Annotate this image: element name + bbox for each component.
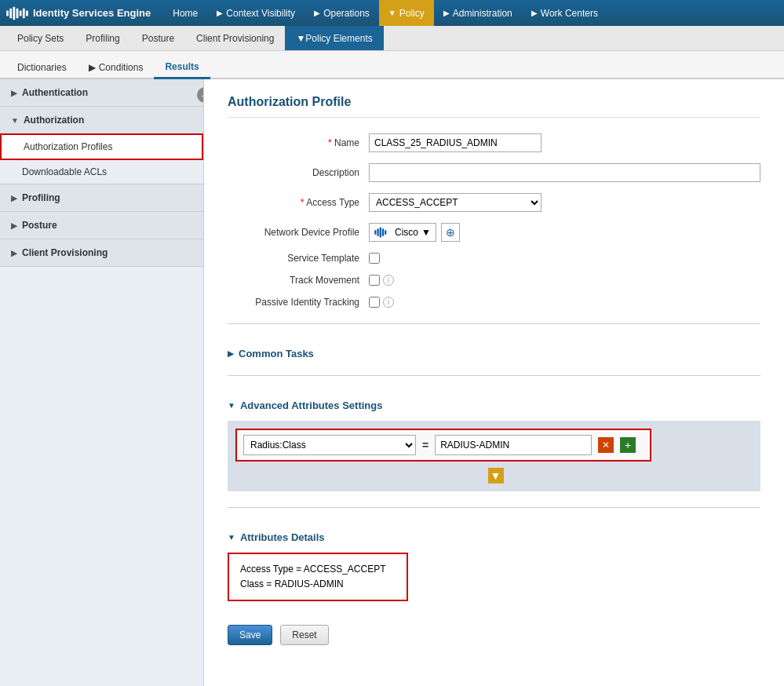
attr-delete-btn[interactable]: ✕ [598, 437, 614, 453]
sidebar-section-posture-header[interactable]: ▶ Posture [0, 212, 203, 239]
passive-identity-row: Passive Identity Tracking i [228, 297, 760, 308]
attrs-details-box: Access Type = ACCESS_ACCEPT Class = RADI… [228, 553, 408, 601]
service-template-label: Service Template [228, 253, 369, 264]
sidebar-section-authorization-header[interactable]: ▼ Authorization [0, 107, 203, 133]
reset-button[interactable]: Reset [280, 625, 328, 645]
second-nav-client-provisioning[interactable]: Client Provisioning [185, 26, 285, 50]
second-nav-profiling[interactable]: Profiling [75, 26, 130, 50]
svg-rect-8 [377, 228, 378, 236]
svg-rect-11 [385, 230, 386, 234]
posture-expand-icon: ▶ [11, 221, 17, 230]
top-nav-context-visibility[interactable]: ▶ Context Visibility [207, 0, 304, 26]
second-nav-policy-sets[interactable]: Policy Sets [6, 26, 75, 50]
track-movement-checkbox[interactable] [369, 275, 380, 286]
advanced-attrs-container: Radius:Class = ✕ + ▼ [228, 421, 760, 491]
third-nav-conditions[interactable]: ▶ Conditions [78, 57, 155, 79]
third-nav-results[interactable]: Results [154, 57, 210, 79]
sidebar-section-profiling: ▶ Profiling [0, 184, 203, 212]
access-type-row: * Access Type ACCESS_ACCEPT ACCESS_REJEC… [228, 193, 760, 212]
divider-2 [228, 375, 760, 376]
footer-buttons: Save Reset [228, 625, 760, 661]
sidebar-item-downloadable-acls[interactable]: Downloadable ACLs [0, 160, 203, 184]
common-tasks-arrow: ▶ [228, 349, 234, 358]
attr-select[interactable]: Radius:Class [243, 435, 416, 455]
attrs-details-header[interactable]: ▼ Attributes Details [228, 524, 760, 543]
description-label: Description [228, 167, 369, 178]
divider-1 [228, 323, 760, 324]
service-template-row: Service Template [228, 253, 760, 264]
context-visibility-arrow: ▶ [217, 9, 223, 17]
client-provisioning-expand-icon: ▶ [11, 249, 17, 257]
policy-arrow: ▼ [388, 9, 396, 17]
name-input[interactable] [369, 133, 542, 152]
sidebar-section-client-provisioning: ▶ Client Provisioning [0, 239, 203, 267]
description-input[interactable] [369, 163, 760, 182]
third-navbar: Dictionaries ▶ Conditions Results [0, 51, 784, 79]
work-centers-arrow: ▶ [531, 9, 538, 17]
attrs-details-line1: Access Type = ACCESS_ACCEPT [240, 562, 396, 577]
save-button[interactable]: Save [228, 625, 272, 645]
app-title: Identity Services Engine [33, 7, 151, 19]
advanced-attrs-header[interactable]: ▼ Advanced Attributes Settings [228, 392, 760, 411]
operations-arrow: ▶ [314, 9, 320, 17]
top-nav-operations[interactable]: ▶ Operations [304, 0, 379, 26]
page-title: Authorization Profile [228, 95, 760, 118]
app-logo: Identity Services Engine [6, 6, 151, 20]
top-nav-items: Home ▶ Context Visibility ▶ Operations ▼… [163, 0, 778, 26]
sidebar-section-authentication-header[interactable]: ▶ Authentication [0, 79, 203, 106]
name-required-star: * [328, 137, 334, 148]
svg-rect-9 [380, 228, 381, 238]
third-nav-dictionaries[interactable]: Dictionaries [6, 57, 78, 79]
sidebar-section-client-provisioning-header[interactable]: ▶ Client Provisioning [0, 239, 203, 266]
device-profile-btn[interactable]: Cisco ▼ [369, 223, 436, 242]
svg-rect-6 [26, 10, 28, 16]
track-movement-info-icon[interactable]: i [383, 275, 394, 286]
main-layout: ◀ ▶ Authentication ▼ Authorization Autho… [0, 79, 784, 686]
attrs-details-line2: Class = RADIUS-ADMIN [240, 577, 396, 592]
svg-rect-1 [9, 8, 12, 17]
passive-identity-label: Passive Identity Tracking [228, 297, 369, 308]
attr-add-row-wrapper: ▼ [239, 468, 753, 483]
top-nav-home[interactable]: Home [163, 0, 207, 26]
track-movement-row: Track Movement i [228, 275, 760, 286]
description-row: Description [228, 163, 760, 182]
content-area: Authorization Profile * Name Description… [204, 79, 784, 686]
cisco-brand-icon [374, 227, 392, 238]
attr-value-input[interactable] [435, 435, 592, 455]
sidebar-section-profiling-header[interactable]: ▶ Profiling [0, 184, 203, 211]
globe-btn[interactable]: ⊕ [441, 223, 460, 242]
sidebar: ◀ ▶ Authentication ▼ Authorization Autho… [0, 79, 204, 686]
add-attr-row-btn[interactable]: ▼ [488, 468, 504, 483]
common-tasks-header[interactable]: ▶ Common Tasks [228, 340, 760, 359]
svg-rect-3 [16, 8, 19, 17]
svg-rect-10 [382, 228, 384, 236]
sidebar-section-authentication: ▶ Authentication [0, 79, 203, 107]
top-nav-administration[interactable]: ▶ Administration [434, 0, 522, 26]
name-row: * Name [228, 133, 760, 152]
second-nav-posture[interactable]: Posture [131, 26, 185, 50]
svg-rect-4 [20, 10, 22, 16]
network-device-profile-label: Network Device Profile [228, 227, 369, 238]
attr-row-1: Radius:Class = ✕ + [235, 429, 651, 462]
top-nav-work-centers[interactable]: ▶ Work Centers [522, 0, 607, 26]
sidebar-section-posture: ▶ Posture [0, 212, 203, 239]
top-navbar: Identity Services Engine Home ▶ Context … [0, 0, 784, 26]
sidebar-item-authorization-profiles[interactable]: Authorization Profiles [0, 133, 203, 160]
attr-equals-sign: = [422, 439, 428, 451]
track-movement-label: Track Movement [228, 275, 369, 286]
passive-identity-checkbox[interactable] [369, 297, 380, 308]
passive-identity-info-icon[interactable]: i [383, 297, 394, 308]
top-nav-policy[interactable]: ▼ Policy [379, 0, 434, 26]
access-type-label: * Access Type [228, 197, 369, 208]
service-template-checkbox[interactable] [369, 253, 380, 264]
advanced-attrs-arrow: ▼ [228, 401, 235, 410]
access-type-select[interactable]: ACCESS_ACCEPT ACCESS_REJECT [369, 193, 542, 212]
device-profile-wrapper: Cisco ▼ ⊕ [369, 223, 460, 242]
authorization-expand-icon: ▼ [11, 116, 19, 125]
svg-rect-2 [13, 6, 15, 20]
administration-arrow: ▶ [443, 9, 450, 17]
profiling-expand-icon: ▶ [11, 194, 17, 203]
second-nav-policy-elements[interactable]: ▼ Policy Elements [285, 26, 383, 50]
attr-add-btn[interactable]: + [620, 437, 636, 453]
device-profile-value: Cisco [395, 227, 418, 238]
